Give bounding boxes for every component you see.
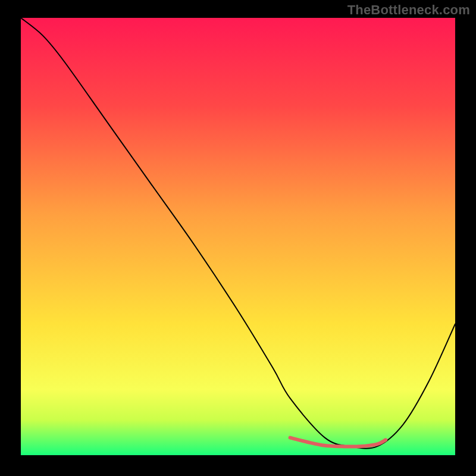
plot-svg [21,18,455,455]
plot-area [21,18,455,455]
watermark-text: TheBottleneck.com [347,2,470,18]
gradient-background [21,18,455,455]
chart-frame: TheBottleneck.com [0,0,476,476]
